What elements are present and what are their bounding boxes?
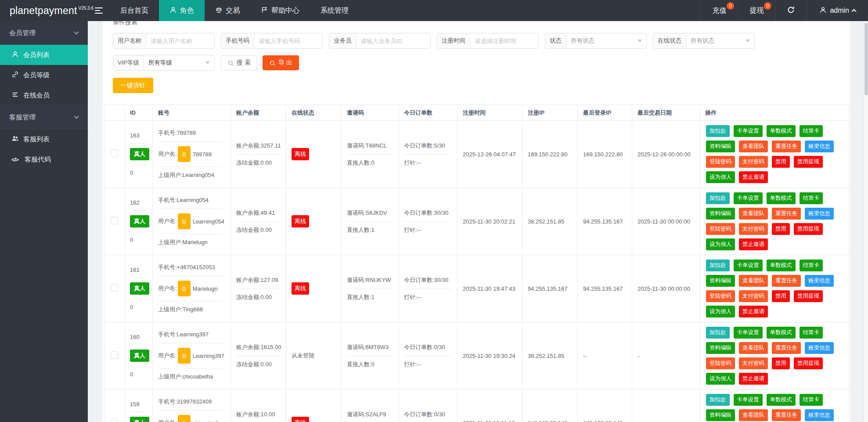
action-login-password-button[interactable]: 登陆密码 — [706, 290, 735, 302]
action-order-count-mode-button[interactable]: 单数模式 — [767, 125, 796, 137]
sidebar-item-member-level[interactable]: 会员等级 — [0, 65, 88, 85]
action-order-count-mode-button[interactable]: 单数模式 — [767, 394, 796, 406]
action-settlement-card-button[interactable]: 结算卡 — [800, 260, 823, 271]
sidebar-group-member-management[interactable]: 会员管理 — [0, 21, 88, 45]
row-checkbox[interactable] — [111, 217, 118, 224]
action-profile-edit-button[interactable]: 资料编辑 — [706, 141, 735, 152]
search-button[interactable]: 搜 索 — [221, 55, 257, 70]
action-add-deduct-button[interactable]: 加扣款 — [706, 260, 730, 271]
action-profile-edit-button[interactable]: 资料编辑 — [706, 275, 735, 287]
action-reset-task-button[interactable]: 重置任务 — [772, 342, 801, 354]
register-ip: 169.150.222.80 — [522, 121, 578, 188]
action-account-change-info-button[interactable]: 账变信息 — [805, 275, 834, 287]
row-checkbox[interactable] — [111, 150, 118, 157]
action-card-order-settings-button[interactable]: 卡单设置 — [734, 192, 763, 204]
action-pay-password-button[interactable]: 支付密码 — [739, 290, 768, 302]
action-pay-password-button[interactable]: 支付密码 — [739, 357, 768, 369]
action-add-deduct-button[interactable]: 加扣款 — [706, 192, 730, 204]
action-ban-invite-button[interactable]: 禁止邀请 — [739, 171, 768, 183]
one-key-clear-button[interactable]: 一键清针 — [113, 78, 153, 93]
action-settlement-card-button[interactable]: 结算卡 — [800, 192, 823, 204]
action-account-change-info-button[interactable]: 账变信息 — [805, 342, 834, 354]
online-status-select[interactable]: 所有状态 — [686, 33, 754, 48]
sidebar-item-member-list[interactable]: 会员列表 — [0, 45, 88, 65]
action-view-team-button[interactable]: 查看团队 — [739, 275, 768, 287]
action-reset-task-button[interactable]: 重置任务 — [772, 208, 801, 220]
sidebar-item-support-list[interactable]: 客服列表 — [0, 129, 88, 149]
sidebar-item-support-code[interactable]: </> 客服代码 — [0, 149, 88, 170]
phone-input[interactable] — [254, 33, 322, 48]
action-reset-task-button[interactable]: 重置任务 — [772, 275, 801, 287]
action-ban-invite-button[interactable]: 禁止邀请 — [739, 373, 768, 385]
action-order-count-mode-button[interactable]: 单数模式 — [767, 327, 796, 339]
action-pay-password-button[interactable]: 支付密码 — [739, 156, 768, 168]
action-card-order-settings-button[interactable]: 卡单设置 — [734, 327, 763, 339]
action-profile-edit-button[interactable]: 资料编辑 — [706, 342, 735, 354]
menu-fold-icon[interactable] — [88, 0, 110, 21]
recharge-button[interactable]: 充值 0 — [700, 0, 738, 21]
action-disable-button[interactable]: 禁用 — [772, 290, 790, 302]
vip-level-select[interactable]: 所有等级 — [144, 55, 214, 70]
action-add-deduct-button[interactable]: 加扣款 — [706, 125, 730, 137]
action-profile-edit-button[interactable]: 资料编辑 — [706, 208, 735, 220]
nav-item-help-center[interactable]: 帮助中心 — [250, 0, 310, 21]
action-disable-button[interactable]: 禁用 — [772, 156, 790, 168]
action-disable-withdraw-button[interactable]: 禁用提现 — [794, 223, 823, 235]
action-order-count-mode-button[interactable]: 单数模式 — [767, 260, 796, 271]
row-checkbox[interactable] — [111, 418, 118, 422]
username-input[interactable] — [146, 33, 214, 48]
row-checkbox[interactable] — [111, 351, 118, 359]
action-set-as-fake-button[interactable]: 设为假人 — [706, 306, 735, 317]
action-settlement-card-button[interactable]: 结算卡 — [800, 327, 823, 339]
action-disable-withdraw-button[interactable]: 禁用提现 — [794, 156, 823, 168]
action-pay-password-button[interactable]: 支付密码 — [739, 223, 768, 235]
action-order-count-mode-button[interactable]: 单数模式 — [767, 192, 796, 204]
refresh-button[interactable] — [775, 0, 807, 21]
action-view-team-button[interactable]: 查看团队 — [739, 342, 768, 354]
sidebar-item-online-members[interactable]: 在线会员 — [0, 85, 88, 105]
scrollbar-thumb[interactable] — [864, 23, 868, 95]
action-view-team-button[interactable]: 查看团队 — [739, 141, 768, 152]
nav-item-dashboard[interactable]: 后台首页 — [110, 0, 159, 21]
action-add-deduct-button[interactable]: 加扣款 — [706, 394, 730, 406]
action-reset-task-button[interactable]: 重置任务 — [772, 141, 801, 152]
action-login-password-button[interactable]: 登陆密码 — [706, 156, 735, 168]
action-account-change-info-button[interactable]: 账变信息 — [805, 409, 834, 421]
action-set-as-fake-button[interactable]: 设为假人 — [706, 373, 735, 385]
action-view-team-button[interactable]: 查看团队 — [739, 409, 768, 421]
user-menu[interactable]: admin — [807, 0, 868, 21]
action-add-deduct-button[interactable]: 加扣款 — [706, 327, 730, 339]
nav-item-roles[interactable]: 角色 — [159, 0, 205, 21]
page-scrollbar[interactable] — [864, 21, 868, 422]
action-disable-withdraw-button[interactable]: 禁用提现 — [794, 357, 823, 369]
status-select[interactable]: 所有状态 — [566, 33, 646, 48]
action-disable-button[interactable]: 禁用 — [772, 357, 790, 369]
action-ban-invite-button[interactable]: 禁止邀请 — [739, 238, 768, 250]
action-card-order-settings-button[interactable]: 卡单设置 — [734, 125, 763, 137]
sidebar-group-support-management[interactable]: 客服管理 — [0, 105, 88, 129]
action-set-as-fake-button[interactable]: 设为假人 — [706, 171, 735, 183]
filter-username: 用户名称 — [113, 33, 215, 49]
action-login-password-button[interactable]: 登陆密码 — [706, 223, 735, 235]
action-account-change-info-button[interactable]: 账变信息 — [805, 141, 834, 152]
action-card-order-settings-button[interactable]: 卡单设置 — [734, 394, 763, 406]
action-account-change-info-button[interactable]: 账变信息 — [805, 208, 834, 220]
action-settlement-card-button[interactable]: 结算卡 — [800, 125, 823, 137]
action-view-team-button[interactable]: 查看团队 — [739, 208, 768, 220]
export-button[interactable]: 导 出 — [263, 55, 299, 70]
action-disable-withdraw-button[interactable]: 禁用提现 — [794, 290, 823, 302]
action-card-order-settings-button[interactable]: 卡单设置 — [734, 260, 763, 271]
action-settlement-card-button[interactable]: 结算卡 — [800, 394, 823, 406]
action-reset-task-button[interactable]: 重置任务 — [772, 409, 801, 421]
action-login-password-button[interactable]: 登陆密码 — [706, 357, 735, 369]
action-ban-invite-button[interactable]: 禁止邀请 — [739, 306, 768, 317]
row-checkbox[interactable] — [111, 284, 118, 292]
action-profile-edit-button[interactable]: 资料编辑 — [706, 409, 735, 421]
register-time-input[interactable] — [470, 33, 538, 48]
action-disable-button[interactable]: 禁用 — [772, 223, 790, 235]
nav-item-system[interactable]: 系统管理 — [310, 0, 359, 21]
withdraw-button[interactable]: 提现 0 — [738, 0, 775, 21]
salesman-input[interactable] — [357, 33, 431, 48]
nav-item-transactions[interactable]: 交易 — [205, 0, 250, 21]
action-set-as-fake-button[interactable]: 设为假人 — [706, 238, 735, 250]
